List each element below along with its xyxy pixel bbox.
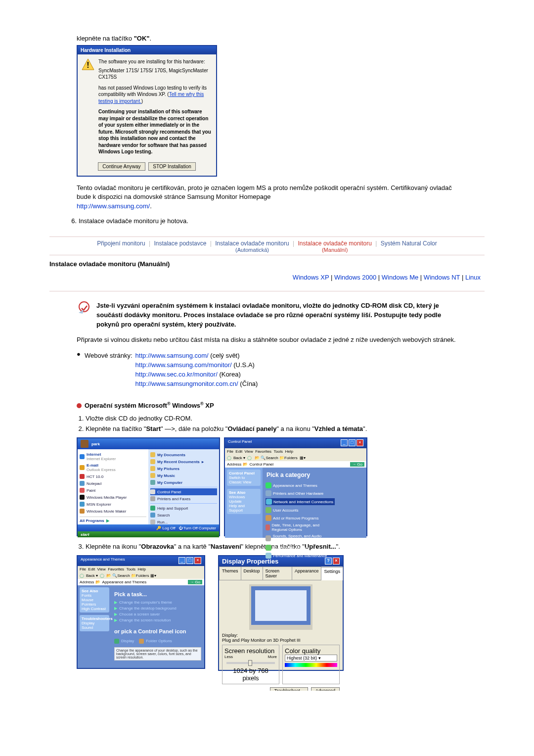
sm-recent[interactable]: My Recent Documents ▸ (150, 458, 217, 465)
hw-line2: SyncMaster 171S/ 175S/ 170S, MagicSyncMa… (98, 67, 212, 81)
sm-music[interactable]: My Music (150, 472, 217, 479)
sm-printers[interactable]: Printers and Faxes (150, 495, 217, 502)
tab-connection[interactable]: Připojení monitoru (95, 240, 147, 247)
prepare-paragraph: Připravte si volnou disketu nebo určitou… (77, 335, 462, 345)
hardware-installation-dialog: Hardware Installation ! The software you… (77, 45, 217, 177)
tab-screensaver[interactable]: Screen Saver (263, 567, 292, 580)
page-tabs: Připojení monitoru | Instalace podstavce… (49, 240, 485, 253)
appearance-themes-screenshot: Appearance and Themes_□× File Edit View … (77, 555, 205, 669)
tab-settings[interactable]: Settings (321, 567, 343, 580)
web-link-usa[interactable]: http://www.samsung.com/monitor/ (135, 361, 232, 369)
link-winxp[interactable]: Windows XP (293, 274, 329, 281)
sm-mydocs[interactable]: My Documents (150, 451, 217, 458)
tab-stand[interactable]: Instalace podstavce (152, 240, 208, 247)
sm-wmp[interactable]: Windows Media Player (80, 494, 146, 501)
link-linux[interactable]: Linux (465, 274, 481, 281)
continue-anyway-button[interactable]: Continue Anyway (98, 162, 145, 171)
cat-sounds[interactable]: Sounds, Speech, and Audio Devices (266, 534, 334, 543)
tab-themes[interactable]: Themes (219, 567, 241, 580)
help-icon[interactable]: ? (325, 558, 332, 565)
sm-control-panel[interactable]: Control Panel (150, 488, 217, 495)
sm-help[interactable]: Help and Support (150, 505, 217, 512)
at-title: Appearance and Themes (81, 557, 125, 565)
display-tooltip: Change the appearance of your desktop, s… (114, 647, 201, 661)
web-link-korea[interactable]: http://www.sec.co.kr/monitor/ (135, 371, 218, 378)
sm-run[interactable]: Run... (150, 519, 217, 525)
samsung-homepage-link[interactable]: http://www.samsung.com/ (77, 202, 150, 210)
icon-folderopts[interactable]: Folder Options (139, 639, 172, 644)
start-menu-screenshot: park InternetInternet Explorer E-mailOut… (77, 437, 220, 536)
after-hw-paragraph: Tento ovladač monitoru je certifikován, … (77, 184, 462, 212)
sm-logoff[interactable]: 🔑 Log Off (156, 526, 175, 530)
screen-resolution-group: Screen resolution LessMore 1024 by 768 p… (222, 645, 279, 684)
step-2: Klepněte na tlačítko "Start" —>, dále na… (86, 425, 462, 433)
color-quality-select[interactable]: Highest (32 bit) ▾ (285, 655, 337, 662)
cp-toolbar: ◯Back ▾ ◯ 📂 🔍Search 📁Folders ▦▾ (225, 455, 366, 461)
task-theme[interactable]: ▶Change the computer's theme (114, 600, 201, 605)
web-links-row: ● Webové stránky: http://www.samsung.com… (77, 350, 462, 389)
sm-mycomp[interactable]: My Computer (150, 479, 217, 486)
display-properties-screenshot: Display Properties?× Themes Desktop Scre… (218, 555, 344, 671)
tab-desktop[interactable]: Desktop (241, 567, 263, 580)
step-6: 6. Instalace ovladače monitoru je hotova… (70, 217, 462, 225)
tab-driver-auto[interactable]: Instalace ovladače monitoru (Automatická… (213, 240, 291, 253)
tab-driver-manual[interactable]: Instalace ovladače monitoru (Manuální) (296, 240, 374, 253)
sm-turnoff[interactable]: ⏻ Turn Off Computer (178, 526, 216, 530)
at-address: Address 📂 Appearance and Themes→ Go (78, 579, 204, 585)
cat-printers[interactable]: Printers and Other Hardware (266, 490, 334, 496)
stop-installation-button[interactable]: STOP Installation (148, 162, 195, 171)
web-link-world[interactable]: http://www.samsung.com/ (135, 352, 209, 359)
maximize-icon[interactable]: □ (186, 557, 193, 564)
advanced-button[interactable]: Advanced (311, 687, 340, 691)
minimize-icon[interactable]: _ (178, 557, 185, 564)
task-bg[interactable]: ▶Change the desktop background (114, 606, 201, 611)
note-text: Jste-li vyzváni operačním systémem k ins… (96, 301, 462, 330)
minimize-icon[interactable]: _ (341, 439, 348, 446)
cat-perf[interactable]: Performance and Maintenance (266, 553, 334, 559)
taskbar-start[interactable]: start (78, 531, 219, 537)
troubleshoot-button[interactable]: Troubleshoot... (270, 687, 309, 691)
link-winme[interactable]: Windows Me (382, 274, 418, 281)
close-icon[interactable]: × (194, 557, 201, 564)
cat-date[interactable]: Date, Time, Language, and Regional Optio… (266, 523, 334, 532)
section-title: Instalace ovladače monitoru (Manuální) (22, 260, 485, 268)
icon-display[interactable]: Display (114, 639, 134, 644)
web-links-table: Webové stránky: http://www.samsung.com/ … (83, 350, 260, 389)
sm-search[interactable]: Search (150, 512, 217, 519)
color-bar (285, 663, 337, 667)
sm-email[interactable]: E-mail (87, 463, 98, 468)
task-ss[interactable]: ▶Choose a screen saver (114, 612, 201, 616)
cat-users[interactable]: User Accounts (266, 507, 334, 513)
tab-appearance[interactable]: Appearance (292, 567, 322, 580)
display-value: Plug and Play Monitor on 3D Prophet III (222, 638, 340, 643)
cp-classic-view[interactable]: Switch to Classic View (229, 475, 251, 484)
lead-ok: "OK" (134, 35, 150, 42)
tab-natural-color[interactable]: Systém Natural Color (379, 240, 439, 247)
sm-hct[interactable]: HCT 10.0 (80, 473, 146, 480)
xp-heading: Operační systém Microsoft® Windows® XP (77, 401, 462, 409)
cat-network[interactable]: Network and Internet Connections (266, 498, 335, 505)
sm-internet[interactable]: Internet (87, 452, 101, 457)
cat-appearance[interactable]: Appearance and Themes (266, 482, 334, 488)
cat-accessibility[interactable]: Accessibility Options (266, 545, 334, 551)
sm-allprograms[interactable]: All Programs ▶ (80, 517, 146, 524)
resolution-slider[interactable] (226, 662, 275, 664)
os-links: Windows XP | Windows 2000 | Windows Me |… (49, 274, 481, 281)
link-win2k[interactable]: Windows 2000 (334, 274, 376, 281)
link-winnt[interactable]: Windows NT (424, 274, 460, 281)
task-res[interactable]: ▶Change the screen resolution (114, 618, 201, 622)
sm-notepad[interactable]: Notepad (80, 480, 146, 487)
sm-wmm[interactable]: Windows Movie Maker (80, 508, 146, 515)
red-dot-icon (77, 403, 82, 408)
sm-pics[interactable]: My Pictures (150, 465, 217, 472)
close-icon[interactable]: × (356, 439, 363, 446)
maximize-icon[interactable]: □ (349, 439, 356, 446)
cat-addremove[interactable]: Add or Remove Programs (266, 515, 334, 521)
cp-title: Control Panel (228, 439, 252, 447)
sm-paint[interactable]: Paint (80, 487, 146, 494)
pick-icon-heading: or pick a Control Panel icon (114, 628, 201, 634)
divider (49, 236, 485, 237)
web-link-china[interactable]: http://www.samsungmonitor.com.cn/ (135, 380, 238, 387)
close-icon[interactable]: × (333, 558, 340, 565)
sm-msn[interactable]: MSN Explorer (80, 501, 146, 508)
